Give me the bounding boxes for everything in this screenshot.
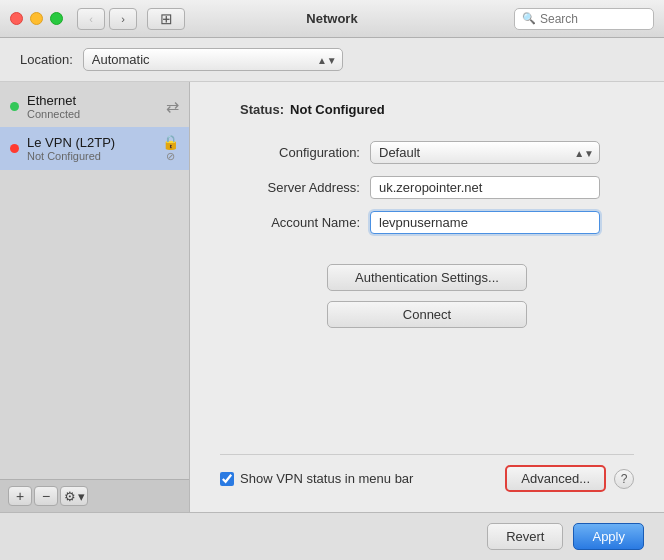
gear-chevron-icon: ▾ — [78, 489, 85, 504]
ethernet-name: Ethernet — [27, 93, 166, 108]
status-dot-ethernet — [10, 102, 19, 111]
help-button[interactable]: ? — [614, 469, 634, 489]
close-button[interactable] — [10, 12, 23, 25]
navigation-buttons: ‹ › — [77, 8, 137, 30]
vpn-no-signal-icon: ⊘ — [166, 150, 175, 163]
footer: Revert Apply — [0, 512, 664, 560]
server-address-label: Server Address: — [220, 180, 360, 195]
server-address-input[interactable] — [370, 176, 600, 199]
right-panel: Status: Not Configured Configuration: De… — [190, 82, 664, 512]
minimize-button[interactable] — [30, 12, 43, 25]
revert-button[interactable]: Revert — [487, 523, 563, 550]
window-title: Network — [306, 11, 357, 26]
show-vpn-label: Show VPN status in menu bar — [240, 471, 413, 486]
remove-network-button[interactable]: − — [34, 486, 58, 506]
sidebar: Ethernet Connected ⇄ Le VPN (L2TP) Not C… — [0, 82, 190, 512]
add-network-button[interactable]: + — [8, 486, 32, 506]
gear-icon: ⚙ — [64, 489, 76, 504]
server-address-row: Server Address: — [220, 176, 634, 199]
ethernet-arrows-icon: ⇄ — [166, 97, 179, 116]
account-name-row: Account Name: — [220, 211, 634, 234]
grid-button[interactable]: ⊞ — [147, 8, 185, 30]
vpn-status: Not Configured — [27, 150, 158, 162]
bottom-right-buttons: Advanced... ? — [505, 465, 634, 492]
ethernet-status: Connected — [27, 108, 166, 120]
location-bar: Location: Automatic Edit Locations... ▲▼ — [0, 38, 664, 82]
status-dot-vpn — [10, 144, 19, 153]
bottom-options: Show VPN status in menu bar Advanced... … — [220, 454, 634, 492]
account-name-label: Account Name: — [220, 215, 360, 230]
configuration-select-wrap: Default ▲▼ — [370, 141, 600, 164]
network-list: Ethernet Connected ⇄ Le VPN (L2TP) Not C… — [0, 82, 189, 479]
apply-button[interactable]: Apply — [573, 523, 644, 550]
lock-icon: 🔒 — [162, 134, 179, 150]
location-label: Location: — [20, 52, 73, 67]
network-item-ethernet[interactable]: Ethernet Connected ⇄ — [0, 86, 189, 127]
ethernet-info: Ethernet Connected — [27, 93, 166, 120]
main-content: Location: Automatic Edit Locations... ▲▼… — [0, 38, 664, 560]
gear-menu-button[interactable]: ⚙ ▾ — [60, 486, 88, 506]
account-name-input[interactable] — [370, 211, 600, 234]
location-select[interactable]: Automatic Edit Locations... — [83, 48, 343, 71]
status-key: Status: — [240, 102, 284, 117]
search-icon: 🔍 — [522, 12, 536, 25]
status-value: Not Configured — [290, 102, 385, 117]
configuration-row: Configuration: Default ▲▼ — [220, 141, 634, 164]
location-select-wrap: Automatic Edit Locations... ▲▼ — [83, 48, 343, 71]
advanced-button[interactable]: Advanced... — [505, 465, 606, 492]
form-area: Configuration: Default ▲▼ Server Address… — [220, 141, 634, 234]
show-vpn-checkbox[interactable] — [220, 472, 234, 486]
network-item-vpn[interactable]: Le VPN (L2TP) Not Configured 🔒 ⊘ — [0, 127, 189, 170]
vpn-name: Le VPN (L2TP) — [27, 135, 158, 150]
forward-button[interactable]: › — [109, 8, 137, 30]
vpn-info: Le VPN (L2TP) Not Configured — [27, 135, 158, 162]
titlebar: ‹ › ⊞ Network 🔍 — [0, 0, 664, 38]
sidebar-bottom: + − ⚙ ▾ — [0, 479, 189, 512]
configuration-select[interactable]: Default — [370, 141, 600, 164]
status-row: Status: Not Configured — [240, 102, 634, 117]
content-area: Ethernet Connected ⇄ Le VPN (L2TP) Not C… — [0, 82, 664, 512]
window-controls — [10, 12, 63, 25]
vpn-icons: 🔒 ⊘ — [162, 134, 179, 163]
search-input[interactable] — [540, 12, 646, 26]
show-vpn-row: Show VPN status in menu bar — [220, 471, 413, 486]
connect-button[interactable]: Connect — [327, 301, 527, 328]
search-box[interactable]: 🔍 — [514, 8, 654, 30]
auth-settings-button[interactable]: Authentication Settings... — [327, 264, 527, 291]
action-buttons: Authentication Settings... Connect — [220, 264, 634, 328]
back-button[interactable]: ‹ — [77, 8, 105, 30]
maximize-button[interactable] — [50, 12, 63, 25]
configuration-label: Configuration: — [220, 145, 360, 160]
